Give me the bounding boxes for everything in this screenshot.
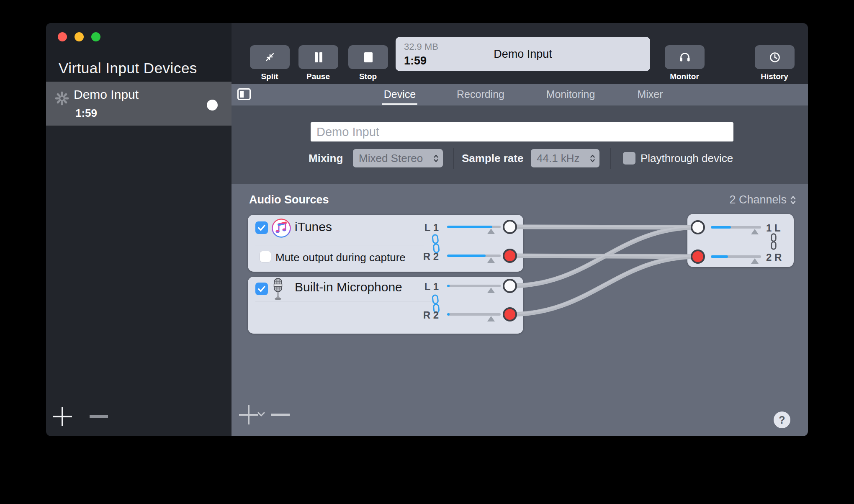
monitor-label: Monitor bbox=[670, 72, 699, 81]
stepper-chevrons-icon bbox=[590, 154, 595, 163]
output-level-meter-right bbox=[711, 255, 761, 258]
recording-indicator-dot bbox=[207, 100, 218, 111]
mute-output-label: Mute output during capture bbox=[275, 251, 406, 264]
window-title: Virtual Input Devices bbox=[59, 60, 197, 77]
session-elapsed-time: 1:59 bbox=[75, 107, 97, 120]
toolbar: Split Pause Stop 32.9 MB 1:59 bbox=[232, 23, 808, 84]
audio-sources-area: Audio Sources 2 Channels bbox=[232, 184, 808, 436]
split-label: Split bbox=[261, 72, 278, 81]
recording-status-display[interactable]: 32.9 MB 1:59 Demo Input bbox=[396, 37, 650, 71]
recording-session-title: Demo Input bbox=[396, 48, 650, 61]
pause-label: Pause bbox=[306, 72, 330, 81]
itunes-enabled-checkbox[interactable] bbox=[255, 221, 268, 234]
sidebar: Virtual Input Devices Demo Input 1:59 bbox=[46, 23, 232, 436]
volume-slider-thumb[interactable] bbox=[487, 229, 495, 234]
split-button[interactable] bbox=[250, 45, 290, 69]
output-right-connector[interactable] bbox=[691, 249, 705, 264]
source-card-microphone: Built-in Microphone L 1 R 2 bbox=[248, 277, 523, 334]
split-arrows-icon bbox=[264, 51, 275, 63]
channel-left-label: L 1 bbox=[415, 281, 439, 293]
stepper-chevrons-icon bbox=[433, 154, 439, 163]
microphone-enabled-checkbox[interactable] bbox=[255, 283, 268, 295]
stop-label: Stop bbox=[359, 72, 377, 81]
zoom-window-button[interactable] bbox=[91, 32, 100, 41]
source-name: iTunes bbox=[295, 220, 332, 234]
divider bbox=[255, 301, 431, 301]
checkmark-icon bbox=[257, 224, 266, 231]
itunes-icon bbox=[271, 218, 291, 238]
stop-button[interactable] bbox=[348, 45, 388, 69]
main-panel: Split Pause Stop 32.9 MB 1:59 bbox=[232, 23, 808, 436]
clock-icon bbox=[769, 51, 781, 63]
sidebar-toggle-icon[interactable] bbox=[237, 88, 251, 100]
source-name: Built-in Microphone bbox=[295, 280, 402, 294]
microphone-right-connector[interactable] bbox=[503, 307, 517, 321]
pause-button[interactable] bbox=[298, 45, 338, 69]
divider bbox=[255, 245, 424, 245]
tab-device[interactable]: Device bbox=[382, 87, 417, 105]
level-meter-right bbox=[447, 255, 501, 257]
volume-slider-thumb[interactable] bbox=[751, 229, 759, 234]
remove-device-button[interactable] bbox=[90, 415, 108, 418]
stepper-chevrons-icon bbox=[790, 195, 796, 206]
screenshot-stage: Virtual Input Devices Demo Input 1:59 bbox=[0, 0, 854, 504]
mixing-dropdown[interactable]: Mixed Stereo bbox=[353, 149, 443, 167]
playthrough-checkbox[interactable] bbox=[623, 152, 635, 165]
close-window-button[interactable] bbox=[58, 32, 67, 41]
level-meter-left bbox=[447, 226, 501, 228]
mixing-value: Mixed Stereo bbox=[359, 152, 433, 165]
tab-recording[interactable]: Recording bbox=[455, 87, 506, 103]
channel-right-label: R 2 bbox=[415, 251, 439, 262]
volume-slider-thumb[interactable] bbox=[487, 316, 495, 321]
sample-rate-value: 44.1 kHz bbox=[537, 152, 590, 165]
playthrough-label: Playthrough device bbox=[640, 149, 733, 167]
output-left-label: 1 L bbox=[766, 222, 790, 234]
history-label: History bbox=[761, 72, 788, 81]
device-name-input[interactable] bbox=[311, 122, 733, 141]
monitor-button[interactable] bbox=[665, 45, 705, 69]
mute-output-checkbox[interactable] bbox=[260, 251, 271, 262]
sidebar-item-demo-input[interactable]: Demo Input 1:59 bbox=[46, 82, 232, 126]
microphone-left-connector[interactable] bbox=[503, 279, 517, 293]
pause-icon bbox=[314, 52, 324, 63]
mixing-label: Mixing bbox=[309, 149, 343, 167]
channel-count-value: 2 Channels bbox=[729, 193, 787, 206]
microphone-icon bbox=[272, 278, 284, 302]
channel-right-label: R 2 bbox=[415, 309, 439, 321]
stop-icon bbox=[363, 52, 373, 63]
divider bbox=[610, 148, 611, 169]
channel-left-label: L 1 bbox=[415, 222, 439, 234]
output-right-label: 2 R bbox=[766, 252, 790, 263]
remove-source-button[interactable] bbox=[271, 414, 290, 416]
help-button[interactable]: ? bbox=[774, 411, 790, 428]
sidebar-header: Virtual Input Devices bbox=[46, 23, 232, 82]
tab-monitoring[interactable]: Monitoring bbox=[545, 87, 597, 103]
itunes-left-connector[interactable] bbox=[503, 220, 517, 234]
itunes-right-connector[interactable] bbox=[503, 249, 517, 263]
device-settings-panel: Mixing Mixed Stereo Sample rate 44.1 kHz bbox=[232, 105, 808, 184]
tab-mixer[interactable]: Mixer bbox=[635, 87, 664, 103]
output-level-meter-left bbox=[711, 226, 761, 229]
gear-icon bbox=[54, 90, 70, 107]
add-device-button[interactable] bbox=[53, 407, 72, 426]
history-button[interactable] bbox=[755, 45, 795, 69]
output-left-connector[interactable] bbox=[691, 220, 705, 234]
chevron-down-icon[interactable] bbox=[257, 411, 266, 417]
minimize-window-button[interactable] bbox=[75, 32, 84, 41]
channel-count-stepper[interactable]: 2 Channels bbox=[729, 193, 796, 206]
checkmark-icon bbox=[257, 285, 266, 293]
add-source-button[interactable] bbox=[239, 405, 258, 424]
audio-sources-title: Audio Sources bbox=[249, 193, 329, 206]
volume-slider-thumb[interactable] bbox=[487, 288, 495, 293]
headphones-icon bbox=[679, 51, 691, 63]
link-channels-icon[interactable] bbox=[769, 233, 778, 250]
sample-rate-dropdown[interactable]: 44.1 kHz bbox=[531, 149, 599, 167]
app-window: Virtual Input Devices Demo Input 1:59 bbox=[46, 23, 808, 436]
divider bbox=[453, 148, 454, 169]
level-meter-left bbox=[447, 285, 501, 287]
volume-slider-thumb[interactable] bbox=[487, 257, 495, 263]
volume-slider-thumb[interactable] bbox=[751, 258, 759, 264]
session-name: Demo Input bbox=[74, 87, 139, 102]
sample-rate-label: Sample rate bbox=[462, 149, 523, 167]
level-meter-right bbox=[447, 313, 501, 316]
